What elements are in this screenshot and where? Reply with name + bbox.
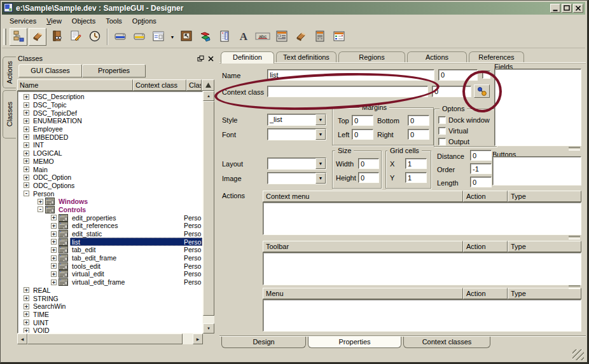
checkbox-virtual[interactable] [438, 127, 446, 135]
tree-item-REAL[interactable]: +REAL [18, 286, 202, 295]
expand-icon[interactable]: + [51, 271, 57, 277]
scroll-left-icon[interactable]: ◀ [17, 334, 27, 344]
tree-item-Main[interactable]: +Main [18, 165, 202, 173]
tab-text-definitions[interactable]: Text definitions [276, 51, 336, 63]
column-header-type[interactable]: Type [508, 241, 581, 252]
expand-icon[interactable]: + [24, 118, 29, 124]
tree-item-ODC_Options[interactable]: +ODC_Options [18, 182, 202, 190]
expand-icon[interactable]: + [24, 151, 29, 156]
tree-item-virtual_edit_frame[interactable]: +virtual_edit_framePerso [18, 278, 202, 286]
side-tab-classes[interactable]: Classes [3, 90, 16, 138]
expand-icon[interactable]: + [24, 158, 29, 164]
tree-item-DSC_TopicDef[interactable]: +DSC_TopicDef [18, 109, 202, 117]
font-dropdown-icon[interactable]: ▼ [315, 129, 326, 140]
toolbar-button-book-help[interactable] [48, 28, 66, 46]
grid-y-input[interactable]: 1 [405, 172, 427, 183]
tab-definition[interactable]: Definition [221, 51, 274, 64]
tab-references[interactable]: References [469, 51, 524, 63]
expand-icon[interactable]: + [51, 231, 57, 237]
context-menu-resize-grip[interactable] [569, 236, 580, 239]
column-header-context-class[interactable]: Context class [133, 79, 186, 91]
distance-input[interactable]: 0 [470, 150, 492, 161]
menu-item-services[interactable]: Services [4, 16, 41, 26]
expand-icon[interactable]: + [24, 102, 29, 108]
expand-icon[interactable]: + [24, 182, 29, 188]
toolbar-button-eraser2[interactable] [292, 28, 310, 46]
close-panel-icon[interactable] [206, 55, 215, 63]
tree-item-LOGICAL[interactable]: +LOGICAL [18, 149, 202, 158]
tree-item-Employee[interactable]: +Employee [18, 125, 202, 133]
column-header-action[interactable]: Action [463, 191, 508, 202]
tree-item-SearchWin[interactable]: +SearchWin [18, 302, 202, 311]
toolbar-button-form-grid[interactable] [149, 28, 167, 46]
expand-icon[interactable]: + [24, 142, 29, 148]
order-input[interactable]: -1 [470, 163, 492, 174]
column-header-title[interactable]: Toolbar [263, 241, 463, 252]
column-header-type[interactable]: Type [508, 288, 581, 299]
tree-item-list[interactable]: +listPerso [18, 238, 202, 246]
expand-icon[interactable]: + [51, 215, 57, 220]
buttons-listbox[interactable] [492, 156, 581, 185]
margin-top-input[interactable]: 0 [352, 115, 373, 126]
tree-item-edit_references[interactable]: +edit_referencesPerso [18, 222, 202, 230]
collapse-icon[interactable]: - [38, 206, 43, 212]
float-panel-icon[interactable] [196, 55, 205, 63]
menu-item-options[interactable]: Options [127, 16, 162, 26]
expand-icon[interactable]: + [24, 295, 29, 301]
tree-item-tab_edit_frame[interactable]: +tab_edit_framePerso [18, 254, 202, 262]
table-body-toolbar[interactable] [263, 252, 581, 285]
tab-regions[interactable]: Regions [338, 51, 405, 63]
tree-item-UINT[interactable]: +UINT [18, 318, 202, 327]
width-input[interactable]: 0 [358, 158, 379, 169]
tree-item-TIME[interactable]: +TIME [18, 311, 202, 319]
tree-item-DSC_Topic[interactable]: +DSC_Topic [18, 101, 202, 109]
tab-actions[interactable]: Actions [407, 51, 467, 63]
context-index-input[interactable]: 0 [432, 86, 471, 97]
expand-icon[interactable]: + [24, 287, 29, 293]
column-header-action[interactable]: Action [463, 288, 508, 299]
toolbar-button-text-abc[interactable]: abc [254, 28, 272, 46]
expand-icon[interactable]: + [24, 175, 29, 180]
bottom-tab-design[interactable]: Design [221, 337, 306, 348]
column-header-action[interactable]: Action [463, 241, 508, 252]
tree-item-Windows[interactable]: +Windows [18, 198, 202, 206]
name-checkbox[interactable] [482, 71, 490, 79]
tree-item-STRING[interactable]: +STRING [18, 294, 202, 302]
close-button[interactable] [573, 4, 583, 13]
toolbar-button-window-list[interactable] [273, 28, 291, 46]
expand-icon[interactable]: + [24, 304, 29, 309]
toolbar-button-ribbon[interactable] [197, 28, 214, 46]
tree-item-edit_static[interactable]: +edit_staticPerso [18, 230, 202, 238]
tree-item-INT[interactable]: +INT [18, 141, 202, 149]
expand-icon[interactable]: + [24, 320, 29, 325]
menu-item-tools[interactable]: Tools [100, 16, 127, 26]
grid-x-input[interactable]: 1 [405, 158, 427, 169]
context-class-input[interactable] [267, 86, 428, 97]
expand-icon[interactable]: + [24, 110, 29, 116]
table-body-context-menu[interactable] [263, 202, 581, 235]
expand-icon[interactable]: + [51, 280, 57, 285]
tree-item-Person[interactable]: -Person [18, 189, 202, 198]
toolbar-button-font-letter[interactable]: A [235, 28, 253, 46]
tree-item-ODC_Option[interactable]: +ODC_Option [18, 173, 202, 182]
minimize-button[interactable] [550, 4, 560, 13]
context-class-picker-button[interactable] [474, 84, 490, 98]
layout-dropdown-icon[interactable]: ▼ [315, 158, 326, 169]
collapse-icon[interactable]: - [24, 191, 29, 196]
window-resize-grip[interactable] [572, 349, 584, 360]
tree-item-tools_edit[interactable]: +tools_editPerso [18, 262, 202, 270]
expand-icon[interactable]: + [51, 263, 57, 269]
expand-icon[interactable]: + [24, 134, 29, 140]
checkbox-dock-window[interactable] [438, 116, 446, 124]
tree-item-IMBEDDED[interactable]: +IMBEDDED [18, 133, 202, 141]
toolbar-button-drive-blue[interactable] [111, 28, 129, 46]
checkbox-output[interactable] [438, 138, 446, 145]
expand-icon[interactable]: + [24, 166, 29, 172]
tree-item-Controls[interactable]: -Controls [18, 206, 202, 214]
table-body-menu[interactable] [263, 299, 581, 332]
tree-vscroll-thumb[interactable] [203, 101, 214, 316]
column-header-type[interactable]: Type [508, 191, 581, 202]
bottom-tab-context-classes[interactable]: Context classes [403, 337, 490, 348]
tree-item-DSC_Description[interactable]: +DSC_Description [18, 93, 202, 101]
expand-icon[interactable]: + [38, 199, 43, 205]
